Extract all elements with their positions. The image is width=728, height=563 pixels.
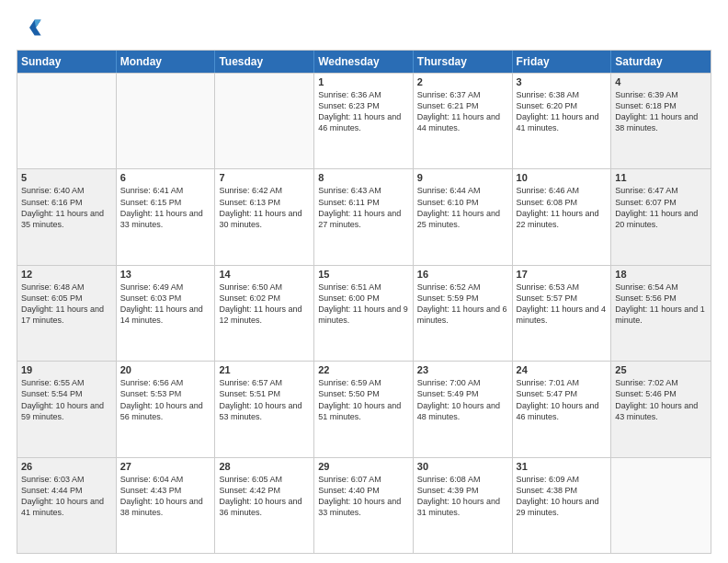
day-info: Sunrise: 6:48 AM Sunset: 6:05 PM Dayligh…	[21, 282, 112, 327]
day-number: 23	[417, 364, 508, 375]
cal-cell-2-3: 15Sunrise: 6:51 AM Sunset: 6:00 PM Dayli…	[314, 266, 414, 361]
header-day-thursday: Thursday	[414, 51, 513, 73]
cal-cell-1-2: 7Sunrise: 6:42 AM Sunset: 6:13 PM Daylig…	[215, 169, 314, 264]
day-number: 31	[517, 461, 608, 472]
cal-cell-2-0: 12Sunrise: 6:48 AM Sunset: 6:05 PM Dayli…	[17, 266, 117, 361]
cal-cell-4-0: 26Sunrise: 6:03 AM Sunset: 4:44 PM Dayli…	[17, 458, 117, 553]
header-day-tuesday: Tuesday	[215, 51, 314, 73]
cal-cell-0-5: 3Sunrise: 6:38 AM Sunset: 6:20 PM Daylig…	[513, 74, 612, 168]
cal-cell-1-4: 9Sunrise: 6:44 AM Sunset: 6:10 PM Daylig…	[414, 169, 513, 264]
day-info: Sunrise: 6:07 AM Sunset: 4:40 PM Dayligh…	[318, 474, 409, 519]
cal-cell-3-2: 21Sunrise: 6:57 AM Sunset: 5:51 PM Dayli…	[215, 362, 314, 456]
header-day-monday: Monday	[117, 51, 216, 73]
day-info: Sunrise: 6:04 AM Sunset: 4:43 PM Dayligh…	[120, 474, 211, 519]
day-number: 29	[318, 461, 409, 472]
day-number: 13	[120, 269, 211, 280]
day-number: 21	[219, 364, 310, 375]
day-info: Sunrise: 6:41 AM Sunset: 6:15 PM Dayligh…	[120, 185, 211, 230]
header	[17, 15, 711, 40]
cal-cell-3-6: 25Sunrise: 7:02 AM Sunset: 5:46 PM Dayli…	[611, 362, 711, 456]
day-number: 24	[517, 364, 608, 375]
week-row-0: 1Sunrise: 6:36 AM Sunset: 6:23 PM Daylig…	[17, 73, 711, 168]
day-info: Sunrise: 6:03 AM Sunset: 4:44 PM Dayligh…	[21, 474, 112, 519]
day-info: Sunrise: 6:42 AM Sunset: 6:13 PM Dayligh…	[219, 185, 310, 230]
day-info: Sunrise: 6:50 AM Sunset: 6:02 PM Dayligh…	[219, 282, 310, 327]
header-day-friday: Friday	[513, 51, 612, 73]
day-info: Sunrise: 7:01 AM Sunset: 5:47 PM Dayligh…	[517, 377, 608, 422]
day-number: 15	[318, 269, 409, 280]
cal-cell-1-6: 11Sunrise: 6:47 AM Sunset: 6:07 PM Dayli…	[611, 169, 711, 264]
cal-cell-2-1: 13Sunrise: 6:49 AM Sunset: 6:03 PM Dayli…	[117, 266, 216, 361]
day-number: 26	[21, 461, 112, 472]
day-number: 17	[517, 269, 608, 280]
day-number: 19	[21, 364, 112, 375]
day-number: 20	[120, 364, 211, 375]
day-info: Sunrise: 6:47 AM Sunset: 6:07 PM Dayligh…	[615, 185, 707, 230]
day-info: Sunrise: 6:44 AM Sunset: 6:10 PM Dayligh…	[417, 185, 508, 230]
day-info: Sunrise: 7:00 AM Sunset: 5:49 PM Dayligh…	[417, 377, 508, 422]
day-number: 18	[615, 269, 707, 280]
day-number: 16	[417, 269, 508, 280]
week-row-4: 26Sunrise: 6:03 AM Sunset: 4:44 PM Dayli…	[17, 457, 711, 553]
day-number: 28	[219, 461, 310, 472]
day-info: Sunrise: 6:05 AM Sunset: 4:42 PM Dayligh…	[219, 474, 310, 519]
day-number: 5	[21, 172, 112, 183]
day-number: 3	[517, 76, 608, 87]
cal-cell-0-2	[215, 74, 314, 168]
day-info: Sunrise: 6:51 AM Sunset: 6:00 PM Dayligh…	[318, 282, 409, 327]
cal-cell-4-6	[611, 458, 711, 553]
cal-cell-4-3: 29Sunrise: 6:07 AM Sunset: 4:40 PM Dayli…	[314, 458, 414, 553]
cal-cell-1-5: 10Sunrise: 6:46 AM Sunset: 6:08 PM Dayli…	[513, 169, 612, 264]
day-info: Sunrise: 6:55 AM Sunset: 5:54 PM Dayligh…	[21, 377, 112, 422]
day-info: Sunrise: 6:08 AM Sunset: 4:39 PM Dayligh…	[417, 474, 508, 519]
calendar: SundayMondayTuesdayWednesdayThursdayFrid…	[17, 50, 711, 554]
cal-cell-2-6: 18Sunrise: 6:54 AM Sunset: 5:56 PM Dayli…	[611, 266, 711, 361]
day-number: 14	[219, 269, 310, 280]
day-info: Sunrise: 6:43 AM Sunset: 6:11 PM Dayligh…	[318, 185, 409, 230]
logo	[17, 15, 46, 40]
cal-cell-3-0: 19Sunrise: 6:55 AM Sunset: 5:54 PM Dayli…	[17, 362, 117, 456]
day-number: 10	[517, 172, 608, 183]
cal-cell-0-1	[117, 74, 216, 168]
day-number: 27	[120, 461, 211, 472]
day-number: 9	[417, 172, 508, 183]
cal-cell-4-1: 27Sunrise: 6:04 AM Sunset: 4:43 PM Dayli…	[117, 458, 216, 553]
week-row-3: 19Sunrise: 6:55 AM Sunset: 5:54 PM Dayli…	[17, 361, 711, 456]
cal-cell-0-6: 4Sunrise: 6:39 AM Sunset: 6:18 PM Daylig…	[611, 74, 711, 168]
cal-cell-4-4: 30Sunrise: 6:08 AM Sunset: 4:39 PM Dayli…	[414, 458, 513, 553]
calendar-header-row: SundayMondayTuesdayWednesdayThursdayFrid…	[17, 51, 711, 73]
week-row-2: 12Sunrise: 6:48 AM Sunset: 6:05 PM Dayli…	[17, 265, 711, 361]
cal-cell-0-3: 1Sunrise: 6:36 AM Sunset: 6:23 PM Daylig…	[314, 74, 414, 168]
cal-cell-2-4: 16Sunrise: 6:52 AM Sunset: 5:59 PM Dayli…	[414, 266, 513, 361]
cal-cell-1-1: 6Sunrise: 6:41 AM Sunset: 6:15 PM Daylig…	[117, 169, 216, 264]
day-info: Sunrise: 6:40 AM Sunset: 6:16 PM Dayligh…	[21, 185, 112, 230]
cal-cell-0-4: 2Sunrise: 6:37 AM Sunset: 6:21 PM Daylig…	[414, 74, 513, 168]
day-number: 8	[318, 172, 409, 183]
day-number: 22	[318, 364, 409, 375]
day-info: Sunrise: 6:46 AM Sunset: 6:08 PM Dayligh…	[517, 185, 608, 230]
day-number: 7	[219, 172, 310, 183]
cal-cell-4-5: 31Sunrise: 6:09 AM Sunset: 4:38 PM Dayli…	[513, 458, 612, 553]
day-number: 1	[318, 76, 409, 87]
day-number: 11	[615, 172, 707, 183]
day-number: 2	[417, 76, 508, 87]
cal-cell-1-3: 8Sunrise: 6:43 AM Sunset: 6:11 PM Daylig…	[314, 169, 414, 264]
calendar-body: 1Sunrise: 6:36 AM Sunset: 6:23 PM Daylig…	[17, 73, 711, 553]
cal-cell-1-0: 5Sunrise: 6:40 AM Sunset: 6:16 PM Daylig…	[17, 169, 117, 264]
day-info: Sunrise: 6:09 AM Sunset: 4:38 PM Dayligh…	[517, 474, 608, 519]
header-day-wednesday: Wednesday	[314, 51, 414, 73]
day-number: 6	[120, 172, 211, 183]
day-info: Sunrise: 6:38 AM Sunset: 6:20 PM Dayligh…	[517, 89, 608, 134]
day-info: Sunrise: 6:49 AM Sunset: 6:03 PM Dayligh…	[120, 282, 211, 327]
cal-cell-4-2: 28Sunrise: 6:05 AM Sunset: 4:42 PM Dayli…	[215, 458, 314, 553]
page: SundayMondayTuesdayWednesdayThursdayFrid…	[0, 0, 728, 563]
header-day-saturday: Saturday	[611, 51, 711, 73]
cal-cell-3-3: 22Sunrise: 6:59 AM Sunset: 5:50 PM Dayli…	[314, 362, 414, 456]
day-number: 12	[21, 269, 112, 280]
week-row-1: 5Sunrise: 6:40 AM Sunset: 6:16 PM Daylig…	[17, 168, 711, 264]
day-info: Sunrise: 6:59 AM Sunset: 5:50 PM Dayligh…	[318, 377, 409, 422]
cal-cell-3-4: 23Sunrise: 7:00 AM Sunset: 5:49 PM Dayli…	[414, 362, 513, 456]
cal-cell-2-2: 14Sunrise: 6:50 AM Sunset: 6:02 PM Dayli…	[215, 266, 314, 361]
day-info: Sunrise: 6:37 AM Sunset: 6:21 PM Dayligh…	[417, 89, 508, 134]
cal-cell-3-5: 24Sunrise: 7:01 AM Sunset: 5:47 PM Dayli…	[513, 362, 612, 456]
